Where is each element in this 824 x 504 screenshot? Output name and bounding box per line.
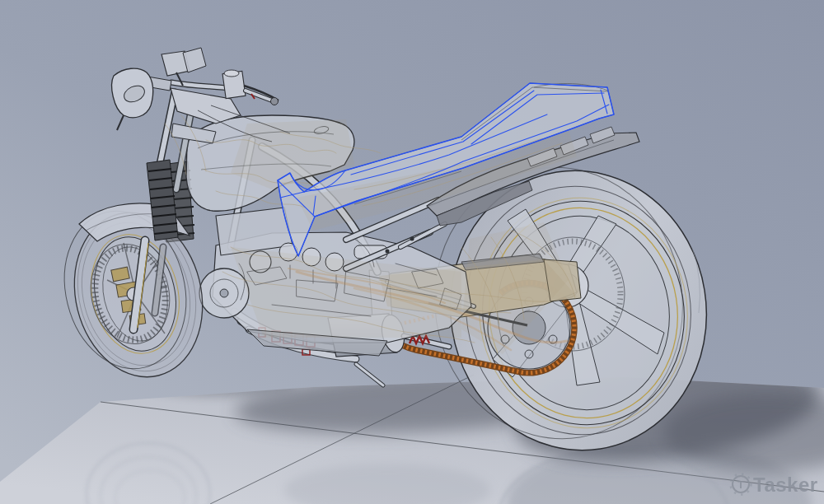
engine-cover-bolt [220,289,228,297]
logo-letter: T [737,478,744,491]
viewport-canvas[interactable]: T Tasker [0,0,824,504]
render-viewport[interactable]: T Tasker [0,0,824,504]
reservoir-cap [224,70,239,77]
watermark: T Tasker [731,474,818,496]
watermark-label: Tasker [753,474,818,496]
bar-end-weight [271,98,279,105]
